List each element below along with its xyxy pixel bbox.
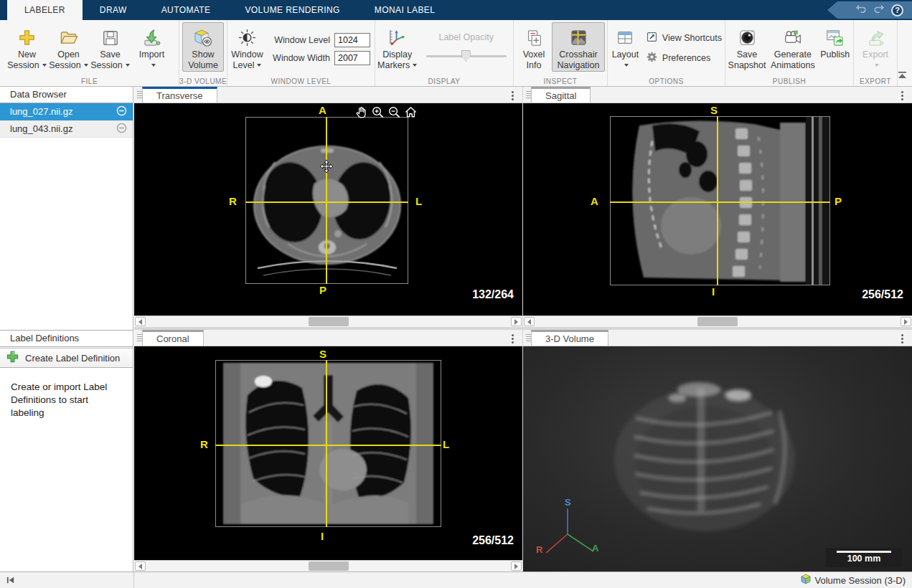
crosshair-navigation-button[interactable]: Crosshair Navigation <box>552 22 605 72</box>
scale-bar-label: 100 mm <box>847 554 881 564</box>
redo-icon[interactable] <box>873 4 885 16</box>
window-level-fields: Window Level Window Width <box>270 33 370 65</box>
tab-labeler[interactable]: LABELER <box>7 0 83 20</box>
slice-indicator: 256/512 <box>862 288 903 301</box>
orientation-label-superior: S <box>710 104 718 116</box>
orientation-label-inferior: I <box>712 285 715 298</box>
panel-grip-icon[interactable] <box>526 91 531 99</box>
scroll-left-button[interactable] <box>524 317 535 326</box>
generate-animations-button[interactable]: Generate Animations <box>767 22 819 72</box>
green-plus-icon <box>6 351 19 365</box>
open-session-button[interactable]: Open Session <box>48 22 90 72</box>
orientation-label-left: L <box>443 438 449 450</box>
panel-menu-icon[interactable] <box>512 91 514 93</box>
data-browser-item-lung-043[interactable]: lung_043.nii.gz <box>0 120 133 138</box>
open-session-label-1: Open <box>57 49 80 60</box>
tab-automate[interactable]: AUTOMATE <box>144 0 228 20</box>
panel-menu-icon[interactable] <box>901 334 903 336</box>
sagittal-tab-label: Sagittal <box>545 90 576 101</box>
dropdown-caret-icon <box>84 64 88 67</box>
window-width-input[interactable] <box>334 51 370 65</box>
scrollbar-thumb[interactable] <box>309 317 349 326</box>
options-column: View Shortcuts Preferences <box>646 31 722 65</box>
transverse-tab[interactable]: Transverse <box>142 87 217 103</box>
orientation-label-posterior: P <box>319 284 326 296</box>
save-session-button[interactable]: Save Session <box>90 22 131 72</box>
ribbon-group-inspect: Voxel Info Crosshair Navigation INSPECT <box>514 20 608 86</box>
volume-file-name: lung_027.nii.gz <box>10 106 72 117</box>
volume-3d-viewport[interactable]: S R A 100 mm <box>523 346 912 572</box>
group-label-export: EXPORT <box>854 77 897 85</box>
orientation-label-anterior: A <box>591 195 598 207</box>
axis-label-anterior: A <box>592 543 598 554</box>
create-label-definition-button[interactable]: Create Label Definition <box>0 348 133 368</box>
scrollbar-thumb[interactable] <box>309 561 349 571</box>
remove-volume-icon[interactable] <box>116 105 127 118</box>
window-level-field-label: Window Level <box>270 35 330 45</box>
zoom-out-icon[interactable] <box>387 105 401 119</box>
layout-button[interactable]: Layout <box>609 22 641 72</box>
panel-grip-icon[interactable] <box>137 334 142 342</box>
sagittal-slice-scrollbar[interactable] <box>523 316 912 327</box>
voxel-info-button[interactable]: Voxel Info <box>516 22 552 72</box>
preferences-button[interactable]: Preferences <box>646 51 722 65</box>
panel-grip-icon[interactable] <box>526 334 531 342</box>
crosshair-horizontal[interactable] <box>245 201 408 203</box>
import-label: Import <box>139 49 164 60</box>
zoom-in-icon[interactable] <box>370 105 385 119</box>
undo-icon[interactable] <box>855 4 867 16</box>
new-session-button[interactable]: New Session <box>6 22 48 72</box>
show-volume-button[interactable]: Show Volume <box>182 22 224 72</box>
toolstrip-tabbar: LABELER DRAW AUTOMATE VOLUME RENDERING M… <box>0 0 912 20</box>
view-shortcuts-button[interactable]: View Shortcuts <box>646 31 722 45</box>
remove-volume-icon[interactable] <box>116 123 127 136</box>
transverse-panel-header: Transverse <box>134 87 522 103</box>
sagittal-tab[interactable]: Sagittal <box>531 87 591 103</box>
window-width-field-label: Window Width <box>270 53 330 63</box>
panel-menu-icon[interactable] <box>512 334 514 336</box>
coronal-slice-scrollbar[interactable] <box>134 560 522 572</box>
coronal-viewport[interactable]: S I R L 256/512 <box>134 346 522 560</box>
transverse-viewport[interactable]: A P R L 132/264 <box>134 103 522 316</box>
sagittal-viewport[interactable]: S I A P 256/512 <box>523 103 912 316</box>
scroll-right-button[interactable] <box>901 317 911 326</box>
crosshair-vertical[interactable] <box>326 117 327 284</box>
video-camera-icon <box>783 26 803 49</box>
panel-grip-icon[interactable] <box>137 91 142 99</box>
crosshair-horizontal[interactable] <box>610 201 830 203</box>
transverse-slice-scrollbar[interactable] <box>134 316 522 327</box>
collapse-ribbon-button[interactable] <box>898 69 907 82</box>
label-definitions-helper-text: Create or import Label Definitions to st… <box>11 381 123 419</box>
home-view-icon[interactable] <box>403 105 418 119</box>
orientation-label-posterior: P <box>835 195 842 207</box>
scroll-right-button[interactable] <box>511 561 522 571</box>
save-snapshot-button[interactable]: Save Snapshot <box>727 22 767 72</box>
sagittal-panel: Sagittal <box>523 87 912 327</box>
window-level-input[interactable] <box>334 33 370 47</box>
scroll-left-button[interactable] <box>135 561 146 571</box>
coronal-tab[interactable]: Coronal <box>142 330 204 346</box>
session-status-label: Volume Session (3-D) <box>815 575 906 586</box>
window-level-button[interactable]: Window Level <box>229 22 265 72</box>
data-browser-item-lung-027[interactable]: lung_027.nii.gz <box>0 103 133 120</box>
pan-hand-icon[interactable] <box>354 105 368 119</box>
tab-monai-label[interactable]: MONAI LABEL <box>357 0 452 20</box>
layout-label: Layout <box>612 49 639 60</box>
scrollbar-thumb[interactable] <box>697 317 738 326</box>
scroll-right-button[interactable] <box>511 317 522 326</box>
scroll-left-button[interactable] <box>135 317 146 326</box>
collapse-panel-icon[interactable] <box>6 575 16 588</box>
import-button[interactable]: Import <box>131 22 173 72</box>
crosshair-navigation-label-2: Navigation <box>557 60 599 70</box>
group-label-window-level: WINDOW LEVEL <box>227 77 375 85</box>
publish-button[interactable]: Publish <box>819 22 852 61</box>
tab-draw[interactable]: DRAW <box>83 0 144 20</box>
display-markers-button[interactable]: Display Markers <box>377 22 418 72</box>
tab-volume-rendering[interactable]: VOLUME RENDERING <box>227 0 357 20</box>
crosshair-vertical[interactable] <box>326 360 327 527</box>
volume-3d-tab[interactable]: 3-D Volume <box>531 330 608 346</box>
crosshair-vertical[interactable] <box>717 116 718 285</box>
help-button[interactable]: ? <box>891 4 903 16</box>
crosshair-horizontal[interactable] <box>215 445 441 446</box>
panel-menu-icon[interactable] <box>901 91 903 93</box>
